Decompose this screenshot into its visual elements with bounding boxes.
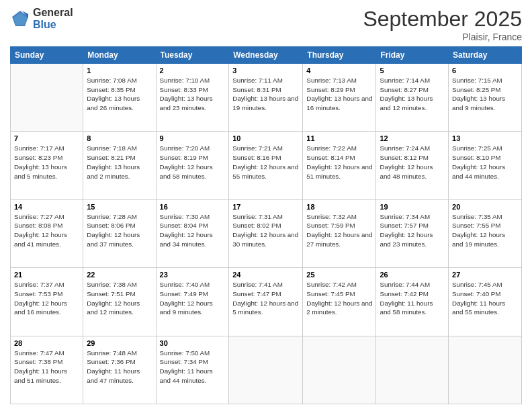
day-number: 12	[380, 134, 445, 142]
logo-blue: Blue	[33, 19, 73, 31]
day-number: 22	[87, 271, 152, 279]
table-row	[229, 336, 303, 404]
day-info: Sunrise: 7:40 AMSunset: 7:49 PMDaylight:…	[160, 280, 226, 317]
table-row: 6 Sunrise: 7:15 AMSunset: 8:25 PMDayligh…	[449, 64, 522, 132]
day-number: 30	[160, 339, 226, 347]
table-row: 17 Sunrise: 7:31 AMSunset: 8:02 PMDaylig…	[229, 199, 303, 267]
day-info: Sunrise: 7:45 AMSunset: 7:40 PMDaylight:…	[452, 280, 518, 317]
day-info: Sunrise: 7:44 AMSunset: 7:42 PMDaylight:…	[380, 280, 445, 317]
day-number: 19	[380, 203, 445, 211]
table-row: 30 Sunrise: 7:50 AMSunset: 7:34 PMDaylig…	[156, 336, 229, 404]
table-row: 20 Sunrise: 7:35 AMSunset: 7:55 PMDaylig…	[449, 199, 522, 267]
day-info: Sunrise: 7:41 AMSunset: 7:47 PMDaylight:…	[232, 280, 299, 317]
table-row: 10 Sunrise: 7:21 AMSunset: 8:16 PMDaylig…	[229, 132, 303, 199]
table-row: 28 Sunrise: 7:47 AMSunset: 7:38 PMDaylig…	[11, 336, 83, 404]
table-row: 5 Sunrise: 7:14 AMSunset: 8:27 PMDayligh…	[376, 64, 449, 132]
day-number: 17	[232, 203, 299, 211]
table-row: 2 Sunrise: 7:10 AMSunset: 8:33 PMDayligh…	[156, 64, 229, 132]
title-block: September 2025 Plaisir, France	[363, 7, 522, 42]
day-number: 21	[14, 271, 79, 279]
day-number: 2	[160, 66, 226, 75]
day-number: 15	[87, 203, 152, 211]
day-number: 6	[452, 66, 518, 75]
day-info: Sunrise: 7:38 AMSunset: 7:51 PMDaylight:…	[87, 280, 152, 317]
day-info: Sunrise: 7:17 AMSunset: 8:23 PMDaylight:…	[14, 144, 79, 181]
day-info: Sunrise: 7:24 AMSunset: 8:12 PMDaylight:…	[380, 144, 445, 181]
table-row	[303, 336, 376, 404]
day-info: Sunrise: 7:35 AMSunset: 7:55 PMDaylight:…	[452, 212, 518, 249]
table-row: 29 Sunrise: 7:48 AMSunset: 7:36 PMDaylig…	[83, 336, 156, 404]
day-info: Sunrise: 7:47 AMSunset: 7:38 PMDaylight:…	[14, 349, 79, 385]
table-row: 1 Sunrise: 7:08 AMSunset: 8:35 PMDayligh…	[83, 64, 156, 132]
day-number: 7	[14, 134, 79, 142]
month-title: September 2025	[363, 7, 522, 32]
day-number: 4	[306, 66, 372, 75]
day-number: 5	[380, 66, 445, 75]
page: General Blue September 2025 Plaisir, Fra…	[0, 0, 532, 411]
day-info: Sunrise: 7:14 AMSunset: 8:27 PMDaylight:…	[380, 76, 445, 113]
day-info: Sunrise: 7:42 AMSunset: 7:45 PMDaylight:…	[306, 280, 372, 317]
day-number: 3	[232, 66, 299, 75]
header-wednesday: Wednesday	[229, 47, 303, 64]
day-info: Sunrise: 7:30 AMSunset: 8:04 PMDaylight:…	[160, 212, 226, 249]
table-row: 24 Sunrise: 7:41 AMSunset: 7:47 PMDaylig…	[229, 268, 303, 336]
day-info: Sunrise: 7:50 AMSunset: 7:34 PMDaylight:…	[160, 349, 226, 385]
table-row: 16 Sunrise: 7:30 AMSunset: 8:04 PMDaylig…	[156, 199, 229, 267]
calendar-week-3: 21 Sunrise: 7:37 AMSunset: 7:53 PMDaylig…	[11, 268, 522, 336]
calendar-table: Sunday Monday Tuesday Wednesday Thursday…	[10, 46, 522, 404]
calendar-header-row: Sunday Monday Tuesday Wednesday Thursday…	[11, 47, 522, 64]
day-number: 20	[452, 203, 518, 211]
day-info: Sunrise: 7:27 AMSunset: 8:08 PMDaylight:…	[14, 212, 79, 249]
logo-general: General	[33, 7, 73, 19]
day-number: 10	[232, 134, 299, 142]
table-row: 25 Sunrise: 7:42 AMSunset: 7:45 PMDaylig…	[303, 268, 376, 336]
day-info: Sunrise: 7:22 AMSunset: 8:14 PMDaylight:…	[306, 144, 372, 181]
header-saturday: Saturday	[449, 47, 522, 64]
day-number: 9	[160, 134, 226, 142]
day-info: Sunrise: 7:15 AMSunset: 8:25 PMDaylight:…	[452, 76, 518, 113]
day-number: 27	[452, 271, 518, 279]
table-row: 11 Sunrise: 7:22 AMSunset: 8:14 PMDaylig…	[303, 132, 376, 199]
table-row: 27 Sunrise: 7:45 AMSunset: 7:40 PMDaylig…	[449, 268, 522, 336]
table-row: 21 Sunrise: 7:37 AMSunset: 7:53 PMDaylig…	[11, 268, 83, 336]
day-info: Sunrise: 7:10 AMSunset: 8:33 PMDaylight:…	[160, 76, 226, 113]
day-number: 25	[306, 271, 372, 279]
day-info: Sunrise: 7:11 AMSunset: 8:31 PMDaylight:…	[232, 76, 299, 113]
location: Plaisir, France	[363, 32, 522, 42]
day-info: Sunrise: 7:08 AMSunset: 8:35 PMDaylight:…	[87, 76, 152, 113]
day-number: 8	[87, 134, 152, 142]
table-row: 22 Sunrise: 7:38 AMSunset: 7:51 PMDaylig…	[83, 268, 156, 336]
header-monday: Monday	[83, 47, 156, 64]
table-row: 18 Sunrise: 7:32 AMSunset: 7:59 PMDaylig…	[303, 199, 376, 267]
calendar-week-4: 28 Sunrise: 7:47 AMSunset: 7:38 PMDaylig…	[11, 336, 522, 404]
day-number: 14	[14, 203, 79, 211]
day-info: Sunrise: 7:25 AMSunset: 8:10 PMDaylight:…	[452, 144, 518, 181]
day-info: Sunrise: 7:20 AMSunset: 8:19 PMDaylight:…	[160, 144, 226, 181]
logo-icon	[10, 9, 30, 29]
day-info: Sunrise: 7:37 AMSunset: 7:53 PMDaylight:…	[14, 280, 79, 317]
table-row	[376, 336, 449, 404]
logo-text: General Blue	[33, 7, 73, 30]
table-row: 7 Sunrise: 7:17 AMSunset: 8:23 PMDayligh…	[11, 132, 83, 199]
table-row: 12 Sunrise: 7:24 AMSunset: 8:12 PMDaylig…	[376, 132, 449, 199]
day-info: Sunrise: 7:32 AMSunset: 7:59 PMDaylight:…	[306, 212, 372, 249]
logo: General Blue	[10, 7, 73, 30]
day-number: 26	[380, 271, 445, 279]
header-sunday: Sunday	[11, 47, 83, 64]
day-number: 16	[160, 203, 226, 211]
day-info: Sunrise: 7:28 AMSunset: 8:06 PMDaylight:…	[87, 212, 152, 249]
table-row: 8 Sunrise: 7:18 AMSunset: 8:21 PMDayligh…	[83, 132, 156, 199]
day-number: 24	[232, 271, 299, 279]
header-thursday: Thursday	[303, 47, 376, 64]
table-row: 3 Sunrise: 7:11 AMSunset: 8:31 PMDayligh…	[229, 64, 303, 132]
header: General Blue September 2025 Plaisir, Fra…	[10, 7, 522, 42]
header-friday: Friday	[376, 47, 449, 64]
day-number: 18	[306, 203, 372, 211]
header-tuesday: Tuesday	[156, 47, 229, 64]
table-row: 26 Sunrise: 7:44 AMSunset: 7:42 PMDaylig…	[376, 268, 449, 336]
day-info: Sunrise: 7:21 AMSunset: 8:16 PMDaylight:…	[232, 144, 299, 181]
day-number: 1	[87, 66, 152, 75]
day-info: Sunrise: 7:31 AMSunset: 8:02 PMDaylight:…	[232, 212, 299, 249]
calendar-week-2: 14 Sunrise: 7:27 AMSunset: 8:08 PMDaylig…	[11, 199, 522, 267]
table-row: 14 Sunrise: 7:27 AMSunset: 8:08 PMDaylig…	[11, 199, 83, 267]
